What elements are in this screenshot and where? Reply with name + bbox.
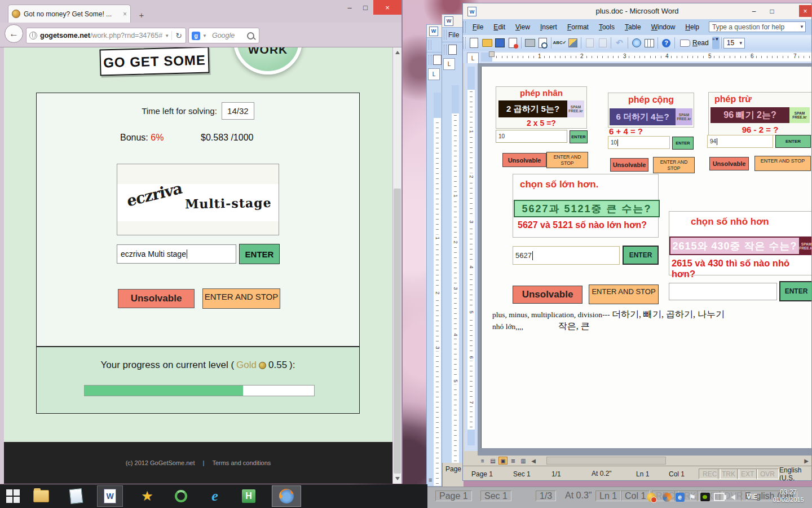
enter-button[interactable]: ENTER [239,244,280,264]
web-layout-button[interactable]: ▤ [488,457,497,465]
print-icon[interactable] [524,38,535,49]
clock[interactable]: 03:27 01/02/2015 [770,488,806,503]
horizontal-scrollbar-thumb[interactable] [546,457,666,465]
word-titlebar[interactable]: W plus.doc - Microsoft Word – □ × [463,3,811,20]
dropdown-caret-icon[interactable]: ▼ [800,24,804,29]
browser-tab[interactable]: Got no money? Get Some! ... × [8,5,131,23]
search-engine-icon[interactable]: g [192,32,200,40]
insert-table-icon[interactable] [644,38,655,49]
maximize-button[interactable]: □ [764,5,780,17]
answer-input-subtract[interactable]: 94 [707,135,773,148]
copy-icon[interactable] [584,38,595,49]
search-bar[interactable]: g ▼ Google [188,28,259,43]
menu-view[interactable]: View [510,21,535,33]
undo-icon[interactable]: ↶ [614,38,625,49]
help-question-input[interactable]: Type a question for help▼ [709,21,806,32]
menu-table[interactable]: Table [620,21,646,33]
unsolvable-button-subtract[interactable]: Unsolvable [709,157,749,170]
close-button[interactable]: × [373,0,401,15]
print-layout-button[interactable]: ▣ [498,457,508,465]
paste-icon[interactable] [597,38,608,49]
toolbar-options-button[interactable]: »▼ [712,37,720,49]
file-explorer-icon[interactable] [33,488,50,505]
outline-view-button[interactable]: ≣ [509,457,518,465]
menu-insert[interactable]: Insert [535,21,562,33]
enter-button-add[interactable]: ENTER [672,137,694,150]
unsolvable-button-larger[interactable]: Unsolvable [513,286,582,304]
minimize-button[interactable]: – [342,0,358,15]
print-preview-icon[interactable] [537,38,548,49]
indent-marker[interactable] [489,51,495,57]
maximize-button[interactable]: □ [358,0,373,15]
answer-input-smaller[interactable] [669,283,777,300]
language-indicator[interactable]: VIE [747,493,757,501]
tray-action-center-icon[interactable]: ⚑ [687,492,698,502]
tab-selector-button[interactable]: L [428,68,440,80]
scroll-right-button[interactable]: ▶ [802,457,811,465]
h-app-icon[interactable]: H [240,488,257,505]
menu-format[interactable]: Format [562,21,594,33]
scrollbar-thumb[interactable] [394,189,401,474]
normal-view-button[interactable]: ≡ [478,457,487,465]
enter-and-stop-button-larger[interactable]: ENTER AND STOP [589,284,659,304]
tray-idm-icon[interactable]: e [674,492,685,502]
enter-and-stop-button[interactable]: ENTER AND STOP [202,288,280,309]
new-document-icon[interactable] [448,45,457,55]
tab-selector-button[interactable]: L [467,52,479,64]
updater-icon[interactable] [173,488,189,505]
menu-tools[interactable]: Tools [594,21,620,33]
firefox-taskbar-icon[interactable] [278,488,295,505]
read-button[interactable]: Read [677,38,712,48]
word-taskbar-icon[interactable]: W [102,488,118,505]
favorites-star-icon[interactable]: ★ [139,488,156,505]
tab-selector-button[interactable]: L [443,58,455,70]
background-word-window-1[interactable]: W L 1 2 3 ≡ [426,24,442,487]
enter-and-stop-button-add[interactable]: ENTER AND STOP [653,157,695,173]
site-logo[interactable]: GO GET SOME [99,47,209,76]
status-ext[interactable]: EXT [737,468,758,479]
minimize-button[interactable]: – [746,5,762,17]
tray-alert-icon[interactable] [646,492,656,502]
save-icon[interactable] [495,38,505,49]
new-tab-button[interactable]: + [135,9,148,20]
internet-explorer-icon[interactable]: e [206,488,223,505]
reading-layout-button[interactable]: ▥ [519,457,528,465]
unsolvable-button-add[interactable]: Unsolvable [610,158,648,172]
enter-button-subtract[interactable]: ENTER [775,135,811,148]
terms-link[interactable]: Terms and conditions [212,459,271,466]
new-document-icon[interactable] [433,55,442,65]
new-document-icon[interactable] [469,38,479,49]
help-icon[interactable]: ? [661,38,672,49]
permission-icon[interactable] [508,38,518,49]
answer-input-larger[interactable]: 5627 [513,246,620,265]
enter-button-larger[interactable]: ENTER [623,246,659,265]
tray-network-icon[interactable] [714,492,725,502]
insert-hyperlink-icon[interactable] [631,38,642,49]
menu-help[interactable]: Help [680,21,704,33]
enter-button-smaller[interactable]: ENTER [779,281,812,301]
tray-volume-icon[interactable] [727,492,738,502]
answer-input-multiply[interactable]: 10 [496,130,567,143]
scroll-up-button[interactable] [393,47,401,58]
unsolvable-button[interactable]: Unsolvable [118,289,195,308]
background-word-window-2[interactable]: W File L 1 2 3 4 5 ≡ ▤ [442,14,463,487]
search-engine-caret-icon[interactable]: ▼ [200,33,209,38]
captcha-answer-input[interactable]: eczriva Multi stage [117,244,236,264]
menu-window[interactable]: Window [646,21,681,33]
tray-nvidia-icon[interactable] [700,492,710,502]
answer-input-add[interactable]: 10 [608,136,670,149]
dropdown-caret-icon[interactable]: ▼ [739,41,743,46]
enter-and-stop-button-multiply[interactable]: ENTER AND STOP [546,152,588,168]
enter-and-stop-button-subtract[interactable]: ENTER AND STOP [754,156,811,171]
spelling-icon[interactable]: ABC✓ [554,38,565,49]
scroll-left-button[interactable]: ◀ [529,457,538,465]
enter-button-multiply[interactable]: ENTER [570,130,588,143]
search-icon[interactable] [247,32,254,40]
menu-file-clipped[interactable]: File [448,31,459,39]
unsolvable-button-multiply[interactable]: Unsolvable [502,153,546,167]
site-identity-icon[interactable] [29,32,37,40]
start-button[interactable] [5,488,21,505]
tab-close-icon[interactable]: × [123,10,127,18]
back-button[interactable]: ← [5,24,23,43]
menu-edit[interactable]: Edit [488,21,510,33]
